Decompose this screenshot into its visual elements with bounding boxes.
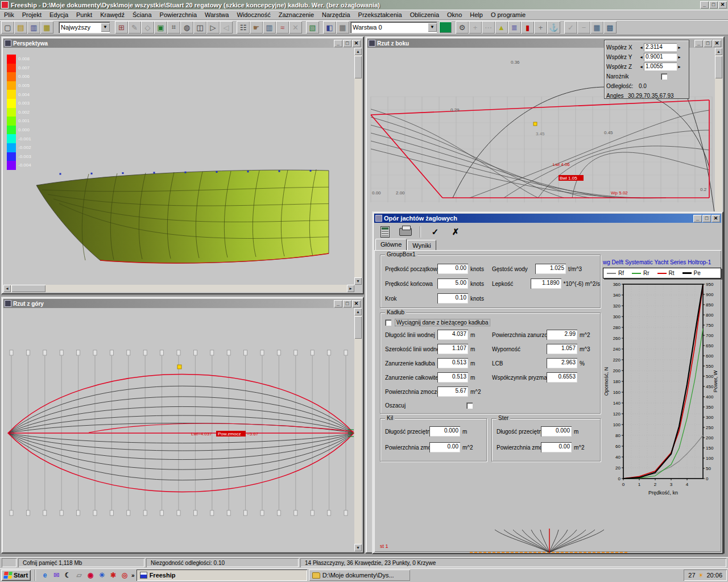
krok-field[interactable]: 0.10	[437, 293, 468, 304]
export-button[interactable]: ▦	[40, 21, 53, 34]
menu-obliczenia[interactable]: Obliczenia	[406, 10, 443, 19]
pen-button[interactable]: ✎	[128, 21, 141, 34]
background-image-button[interactable]: ▧	[306, 21, 319, 34]
minimize-button[interactable]: _	[693, 215, 702, 222]
perspective-titlebar[interactable]: Perspektywa _ □ ✕	[3, 39, 362, 48]
zanurzenie-kad-uba-field[interactable]: 0.513	[437, 358, 468, 368]
zebra-button[interactable]: ◍	[180, 21, 193, 34]
menu-okno[interactable]: Okno	[443, 10, 466, 19]
scroll-up-icon[interactable]: ▲	[715, 48, 722, 55]
g-sto-wody-field[interactable]: 1.025	[535, 264, 566, 274]
resistance-dialog[interactable]: Opór jachtów żaglowych _ □ ✕ ✓ ✗ Główne …	[372, 211, 723, 554]
media-icon[interactable]: ◉	[85, 570, 96, 580]
maximize-button[interactable]: □	[343, 300, 351, 307]
precision-dropdown[interactable]: Najwyższy▼	[59, 22, 110, 33]
hydrostatics-button[interactable]: ☷	[237, 21, 250, 34]
maximize-button[interactable]: □	[704, 40, 712, 47]
dots-button[interactable]: ⋯	[482, 21, 495, 34]
flowlines-button[interactable]: ≈	[276, 21, 289, 34]
open-file-button[interactable]: ▤	[14, 21, 27, 34]
new-file-button[interactable]: ▢	[1, 21, 14, 34]
save-file-button[interactable]: ▥	[27, 21, 40, 34]
mirror-button[interactable]: ◁	[220, 21, 233, 34]
pr-dko-ko-cowa-field[interactable]: 5.00	[437, 278, 468, 289]
lock-button[interactable]: ▮	[521, 21, 534, 34]
ok-button[interactable]: ✓	[427, 225, 444, 239]
delete-button[interactable]: ✕	[289, 21, 302, 34]
restore-button[interactable]: □	[702, 215, 711, 222]
extract-hull-checkbox[interactable]	[385, 319, 391, 326]
layer-dropdown[interactable]: Warstwa 0▼	[350, 22, 437, 33]
star-icon[interactable]: ✱	[108, 570, 118, 580]
scroll-up-icon[interactable]: ▲	[354, 308, 362, 315]
scroll-thumb[interactable]	[11, 285, 46, 292]
menu-narz-dzia[interactable]: Narzędzia	[318, 10, 354, 19]
d-ugo-przeci-tna-field[interactable]: 0.000	[429, 426, 460, 436]
powierzchnia-zmoczona-field[interactable]: 0.00	[541, 442, 572, 452]
crosshair-button[interactable]: +	[469, 21, 482, 34]
gear-button[interactable]: ⚙	[456, 21, 469, 34]
powierzchnia-zmoczona-field[interactable]: 5.67	[437, 386, 468, 397]
scroll-up-icon[interactable]: ▲	[354, 48, 362, 55]
minimize-button[interactable]: _	[700, 1, 709, 9]
pin-button[interactable]: +	[534, 21, 547, 34]
menu-plik[interactable]: Plik	[0, 10, 18, 19]
moon-icon[interactable]: ☾	[63, 570, 73, 580]
menu-przekszta-cenia[interactable]: Przekształcenia	[354, 10, 406, 19]
wireframe-button[interactable]: ⊞	[115, 21, 128, 34]
zanurzenie-ca-kowite-field[interactable]: 0.513	[437, 372, 468, 383]
chevron-down-icon[interactable]: ▼	[101, 23, 110, 32]
spin-left-icon[interactable]: ◄	[639, 45, 644, 49]
table-button[interactable]: ▦	[590, 21, 603, 34]
opera-icon[interactable]: ◎	[119, 570, 130, 580]
scroll-right-icon[interactable]: ►	[347, 285, 354, 292]
intersections-button[interactable]: ▥	[263, 21, 276, 34]
d-ugo-przeci-tna-field[interactable]: 0.000	[541, 426, 572, 436]
perspective-window[interactable]: Perspektywa _ □ ✕ 0.0080.0070.0060.0050.…	[1, 36, 364, 294]
gauss-grid-button[interactable]: ⌗	[167, 21, 180, 34]
top-view-titlebar[interactable]: Rzut z góry _ □ ✕	[3, 299, 362, 308]
menu-widoczno[interactable]: Widoczność	[233, 10, 274, 19]
close-button[interactable]: ✕	[352, 40, 361, 47]
spin-right-icon[interactable]: ►	[677, 55, 682, 59]
coord-value[interactable]: 0.9001	[644, 53, 677, 61]
coord-value[interactable]: 2.3114	[644, 43, 677, 51]
menu-kraw-d[interactable]: Krawędź	[96, 10, 129, 19]
scroll-thumb[interactable]	[354, 316, 362, 339]
document-icon[interactable]: ▱	[74, 570, 84, 580]
clock[interactable]: 20:06	[706, 572, 722, 579]
tab-glowne[interactable]: Główne	[375, 239, 407, 251]
menu-punkt[interactable]: Punkt	[72, 10, 96, 19]
menu-powierzchnia[interactable]: Powierzchnia	[156, 10, 201, 19]
wyporno-field[interactable]: 1.057	[547, 344, 577, 354]
spin-right-icon[interactable]: ►	[677, 45, 682, 49]
print-button[interactable]	[397, 225, 414, 239]
lepko-field[interactable]: 1.1890	[531, 278, 561, 289]
menu-help[interactable]: Help	[466, 10, 487, 19]
menu-projekt[interactable]: Projekt	[18, 10, 46, 19]
calculate-button[interactable]	[377, 225, 394, 239]
tab-wyniki[interactable]: Wyniki	[407, 240, 436, 251]
overflow-chevron-icon[interactable]: »	[131, 572, 135, 579]
top-view-viewport[interactable]: Lwl=4.037Pow.zmocz=5.67 ▲ ▼	[3, 308, 362, 551]
shade-button[interactable]: ▣	[154, 21, 167, 34]
perspective-button[interactable]: ▷	[206, 21, 220, 34]
menu-warstwa[interactable]: Warstwa	[201, 10, 233, 19]
snowflake-icon[interactable]: ✳	[97, 570, 107, 580]
coord-value[interactable]: 1.0055	[644, 63, 677, 70]
grid-button[interactable]: ▦	[336, 21, 349, 34]
paint-button[interactable]: ▲	[495, 21, 508, 34]
layer-color-swatch[interactable]	[439, 22, 452, 33]
vertical-scrollbar[interactable]: ▲ ▼	[354, 48, 362, 285]
drag-button[interactable]: ☛	[250, 21, 263, 34]
anchor-button[interactable]: ⚓	[547, 21, 560, 34]
top-view-window[interactable]: Rzut z góry _ □ ✕ Lwl=4.037Pow.zmocz=5.6…	[1, 297, 364, 554]
layers-book-button[interactable]: ≣	[508, 21, 521, 34]
horizontal-scrollbar[interactable]: ◄ ►	[3, 285, 354, 292]
menu-edycja[interactable]: Edycja	[46, 10, 72, 19]
estimate-checkbox[interactable]	[466, 402, 473, 409]
minimize-button[interactable]: _	[694, 40, 703, 47]
scroll-down-icon[interactable]: ▼	[354, 544, 362, 551]
close-button[interactable]: ✕	[352, 300, 361, 307]
scroll-thumb[interactable]	[354, 56, 362, 78]
